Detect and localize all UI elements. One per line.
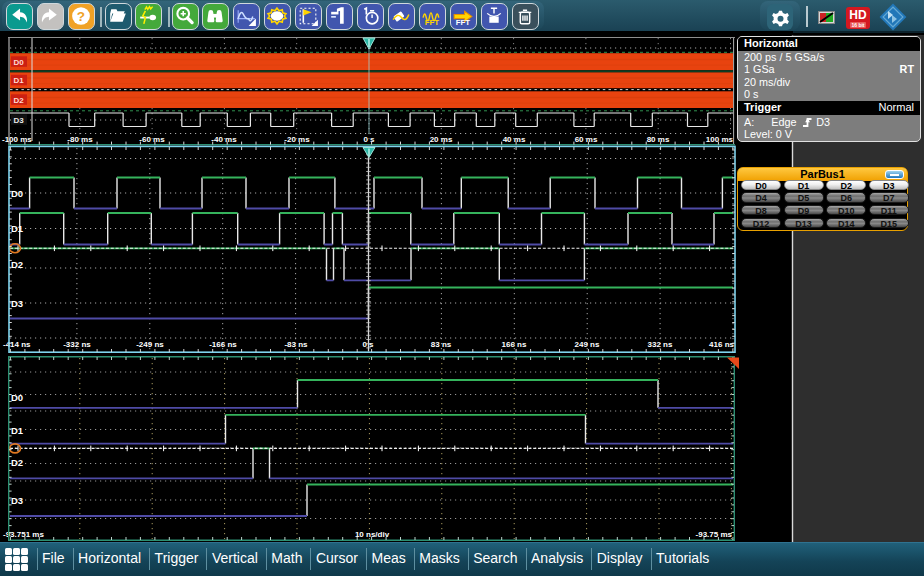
svg-text:?: ? [76, 9, 84, 24]
svg-text:332 ns: 332 ns [648, 340, 673, 349]
svg-text:249 ns: 249 ns [575, 340, 600, 349]
svg-text:83 ns: 83 ns [431, 340, 452, 349]
svg-text:D0: D0 [11, 188, 23, 199]
svg-text:D1: D1 [14, 76, 25, 85]
svg-text:D0: D0 [11, 392, 23, 403]
svg-text:D1: D1 [11, 425, 24, 436]
svg-text:-40 ms: -40 ms [211, 135, 237, 144]
svg-text:D3: D3 [11, 298, 23, 309]
svg-text:-100 ms: -100 ms [2, 135, 32, 144]
svg-text:FFT: FFT [425, 18, 440, 27]
svg-text:FFT: FFT [456, 18, 471, 27]
svg-text:D2: D2 [14, 96, 25, 105]
svg-text:D2: D2 [11, 457, 23, 468]
svg-text:D0: D0 [14, 58, 25, 67]
svg-text:0 s: 0 s [363, 135, 375, 144]
svg-text:40 ms: 40 ms [503, 135, 526, 144]
svg-text:-80 ms: -80 ms [67, 135, 93, 144]
svg-text:D3: D3 [11, 495, 23, 506]
svg-text:-20 ms: -20 ms [284, 135, 310, 144]
svg-text:20 ms: 20 ms [430, 135, 453, 144]
svg-text:-83 ns: -83 ns [284, 340, 308, 349]
svg-text:416 ns: 416 ns [709, 340, 734, 349]
svg-text:60 ms: 60 ms [575, 135, 598, 144]
svg-text:-166 ns: -166 ns [209, 340, 237, 349]
svg-text:10 ns/div: 10 ns/div [355, 530, 390, 539]
svg-text:-93.75 ms: -93.75 ms [696, 530, 733, 539]
svg-text:D2: D2 [11, 259, 23, 270]
svg-text:-414 ns: -414 ns [3, 340, 31, 349]
svg-text:166 ns: 166 ns [502, 340, 527, 349]
svg-text:-332 ns: -332 ns [63, 340, 91, 349]
svg-text:-249 ns: -249 ns [136, 340, 164, 349]
svg-text:0 s: 0 s [362, 340, 374, 349]
svg-text:-60 ms: -60 ms [139, 135, 165, 144]
svg-text:80 ms: 80 ms [647, 135, 670, 144]
svg-text:D3: D3 [14, 116, 25, 125]
svg-text:D1: D1 [11, 223, 24, 234]
svg-text:100 ms: 100 ms [706, 135, 734, 144]
